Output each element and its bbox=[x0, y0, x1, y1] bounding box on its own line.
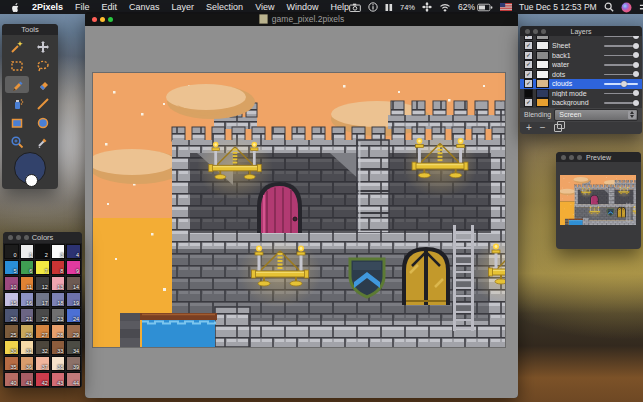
canvas-artwork[interactable] bbox=[93, 73, 505, 347]
color-swatch-18[interactable]: 18 bbox=[51, 292, 66, 307]
color-swatch-27[interactable]: 27 bbox=[35, 324, 50, 339]
menu-selection[interactable]: Selection bbox=[206, 2, 243, 12]
color-swatch-17[interactable]: 17 bbox=[35, 292, 50, 307]
menu-layer[interactable]: Layer bbox=[172, 2, 195, 12]
preview-titlebar[interactable]: Preview bbox=[556, 152, 641, 162]
menu-clock[interactable]: Tue Dec 5 12:53 PM bbox=[519, 2, 597, 12]
tool-eraser[interactable] bbox=[31, 76, 55, 93]
layer-row-back1[interactable]: ✓back1 bbox=[520, 51, 642, 61]
layer-visibility-checkbox[interactable]: ✓ bbox=[524, 70, 533, 79]
color-swatch-41[interactable]: 41 bbox=[20, 372, 35, 387]
tools-titlebar[interactable]: Tools bbox=[2, 24, 58, 35]
layer-visibility-checkbox[interactable]: ✓ bbox=[524, 36, 533, 40]
tool-select-rect[interactable] bbox=[5, 57, 29, 74]
canvas-workspace[interactable] bbox=[85, 26, 518, 398]
apple-menu-icon[interactable] bbox=[10, 2, 20, 13]
color-swatch-16[interactable]: 16 bbox=[20, 292, 35, 307]
tool-line[interactable] bbox=[31, 95, 55, 112]
blending-select[interactable]: Screen bbox=[554, 109, 638, 121]
siri-icon[interactable] bbox=[621, 2, 632, 13]
colors-titlebar[interactable]: Colors bbox=[3, 232, 82, 243]
color-swatch-5[interactable]: 5 bbox=[4, 260, 19, 275]
canvas-window-titlebar[interactable]: game_pixel.2pixels bbox=[85, 12, 518, 26]
add-layer-button[interactable]: + bbox=[526, 123, 532, 133]
color-swatch-33[interactable]: 33 bbox=[51, 340, 66, 355]
color-swatch-30[interactable]: 30 bbox=[4, 340, 19, 355]
layer-row-dots[interactable]: ✓dots bbox=[520, 70, 642, 80]
layer-row-Sheet[interactable]: ✓Sheet bbox=[520, 41, 642, 51]
tool-magic-wand[interactable] bbox=[5, 38, 29, 55]
color-swatch-22[interactable]: 22 bbox=[35, 308, 50, 323]
layer-row-night mode[interactable]: night mode bbox=[520, 89, 642, 99]
layer-opacity-slider[interactable] bbox=[604, 61, 638, 68]
tool-zoom[interactable] bbox=[5, 133, 29, 150]
color-swatch-42[interactable]: 42 bbox=[35, 372, 50, 387]
layer-opacity-slider[interactable] bbox=[604, 52, 638, 59]
color-swatch-26[interactable]: 26 bbox=[20, 324, 35, 339]
app-menu-name[interactable]: 2Pixels bbox=[32, 2, 63, 12]
color-swatch-29[interactable]: 29 bbox=[66, 324, 81, 339]
layer-opacity-slider[interactable] bbox=[604, 36, 638, 39]
fan-icon[interactable] bbox=[422, 2, 432, 12]
color-swatch-36[interactable]: 36 bbox=[20, 356, 35, 371]
tool-pencil[interactable] bbox=[5, 76, 29, 93]
battery-status[interactable]: 62% bbox=[458, 2, 493, 12]
layer-row-background[interactable]: ✓background bbox=[520, 98, 642, 108]
layer-visibility-checkbox[interactable]: ✓ bbox=[524, 51, 533, 60]
tool-eyedropper[interactable] bbox=[31, 133, 55, 150]
color-swatch-39[interactable]: 39 bbox=[66, 356, 81, 371]
tool-rect-shape[interactable] bbox=[5, 114, 29, 131]
layer-opacity-slider[interactable] bbox=[604, 80, 638, 87]
wifi-icon[interactable] bbox=[439, 3, 451, 12]
color-swatch-13[interactable]: 13 bbox=[51, 276, 66, 291]
layer-visibility-checkbox[interactable]: ✓ bbox=[524, 41, 533, 50]
duplicate-layer-button[interactable] bbox=[554, 124, 562, 132]
color-swatch-31[interactable]: 31 bbox=[20, 340, 35, 355]
color-swatch-3[interactable]: 3 bbox=[51, 244, 66, 259]
color-swatch-1[interactable]: 1 bbox=[20, 244, 35, 259]
color-swatch-40[interactable]: 40 bbox=[4, 372, 19, 387]
layer-row-clouds[interactable]: ✓clouds bbox=[520, 79, 642, 89]
tool-select-lasso[interactable] bbox=[31, 57, 55, 74]
color-swatch-15[interactable]: 15 bbox=[4, 292, 19, 307]
menu-help[interactable]: Help bbox=[331, 2, 350, 12]
cpu-percent[interactable]: 74% bbox=[400, 3, 415, 12]
layer-visibility-checkbox[interactable]: ✓ bbox=[524, 60, 533, 69]
color-swatch-7[interactable]: 7 bbox=[35, 260, 50, 275]
screenshot-icon[interactable] bbox=[349, 3, 361, 12]
layer-visibility-checkbox[interactable]: ✓ bbox=[524, 79, 533, 88]
color-swatch-35[interactable]: 35 bbox=[4, 356, 19, 371]
layer-opacity-slider[interactable] bbox=[604, 42, 638, 49]
tool-ellipse-shape[interactable] bbox=[31, 114, 55, 131]
tool-move[interactable] bbox=[31, 38, 55, 55]
color-swatch-6[interactable]: 6 bbox=[20, 260, 35, 275]
remove-layer-button[interactable]: − bbox=[540, 123, 546, 133]
color-swatch-43[interactable]: 43 bbox=[51, 372, 66, 387]
tool-spray[interactable] bbox=[5, 95, 29, 112]
color-swatch-8[interactable]: 8 bbox=[51, 260, 66, 275]
cpu-bars-icon[interactable] bbox=[385, 3, 393, 12]
color-swatch-23[interactable]: 23 bbox=[51, 308, 66, 323]
layer-opacity-slider[interactable] bbox=[604, 99, 638, 106]
menu-view[interactable]: View bbox=[255, 2, 274, 12]
color-swatch-25[interactable]: 25 bbox=[4, 324, 19, 339]
color-swatch-32[interactable]: 32 bbox=[35, 340, 50, 355]
color-swatch-14[interactable]: 14 bbox=[66, 276, 81, 291]
close-button[interactable] bbox=[92, 17, 97, 22]
layer-visibility-checkbox[interactable] bbox=[524, 89, 533, 98]
color-swatch-19[interactable]: 19 bbox=[66, 292, 81, 307]
notification-center-icon[interactable] bbox=[639, 3, 643, 12]
minimize-button[interactable] bbox=[100, 17, 105, 22]
color-swatch-44[interactable]: 44 bbox=[66, 372, 81, 387]
layer-opacity-slider[interactable] bbox=[604, 90, 638, 97]
color-swatch-4[interactable]: 4 bbox=[66, 244, 81, 259]
menu-canvas[interactable]: Canvas bbox=[129, 2, 160, 12]
color-swatch-10[interactable]: 10 bbox=[4, 276, 19, 291]
zoom-button[interactable] bbox=[108, 17, 113, 22]
menu-file[interactable]: File bbox=[75, 2, 90, 12]
menu-edit[interactable]: Edit bbox=[102, 2, 118, 12]
layer-opacity-slider[interactable] bbox=[604, 71, 638, 78]
color-swatch-34[interactable]: 34 bbox=[66, 340, 81, 355]
spotlight-icon[interactable] bbox=[604, 2, 614, 12]
input-flag-icon[interactable] bbox=[500, 3, 512, 11]
